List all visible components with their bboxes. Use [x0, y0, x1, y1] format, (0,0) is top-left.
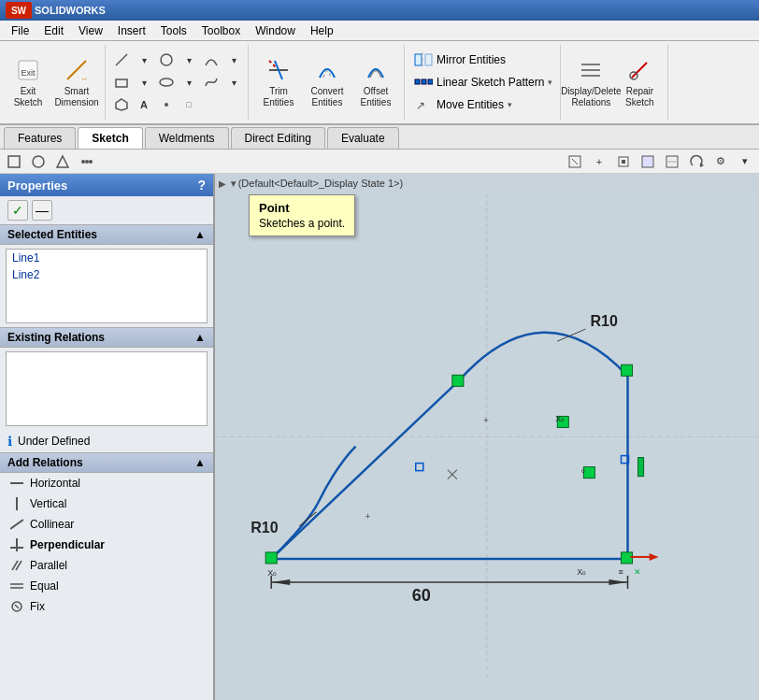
- zoom-fit-btn[interactable]: [565, 152, 585, 171]
- exit-sketch-btn[interactable]: Exit ExitSketch: [4, 50, 52, 115]
- relation-parallel[interactable]: Parallel: [0, 555, 213, 576]
- svg-rect-35: [622, 160, 625, 164]
- relation-vertical[interactable]: Vertical: [0, 493, 213, 514]
- point-tooltip: Point Sketches a point.: [249, 194, 355, 236]
- menu-help[interactable]: Help: [303, 22, 341, 39]
- spline-dropdown[interactable]: ▾: [223, 72, 244, 93]
- add-relations-header[interactable]: Add Relations ▲: [0, 452, 213, 473]
- rect-dropdown[interactable]: ▾: [134, 72, 154, 93]
- svg-rect-68: [621, 364, 632, 376]
- relation-horizontal[interactable]: Horizontal: [0, 473, 213, 493]
- menu-edit[interactable]: Edit: [36, 22, 71, 39]
- main-toolbar: Exit ExitSketch ↔ SmartDimension ▾ ▾: [0, 41, 759, 125]
- svg-line-50: [15, 605, 19, 608]
- menu-toolbox[interactable]: Toolbox: [194, 22, 248, 39]
- offset-entities-btn[interactable]: OffsetEntities: [351, 50, 400, 115]
- view-orient-btn[interactable]: [613, 152, 634, 171]
- tab-weldments[interactable]: Weldments: [145, 127, 229, 149]
- svg-text:+: +: [365, 511, 371, 521]
- svg-text:✕: ✕: [634, 567, 641, 577]
- toolbar2-right2[interactable]: ▾: [735, 152, 755, 171]
- svg-point-30: [85, 160, 89, 164]
- rotate-btn[interactable]: [686, 152, 707, 171]
- arc-btn[interactable]: [201, 50, 222, 70]
- svg-rect-67: [452, 375, 464, 386]
- rect-btn[interactable]: [111, 72, 132, 93]
- mirror-entities-btn[interactable]: Mirror Entities: [410, 50, 509, 70]
- display-style-btn[interactable]: [662, 152, 682, 171]
- entity-line2[interactable]: Line2: [7, 266, 207, 283]
- text-btn[interactable]: A: [134, 94, 154, 115]
- selected-entities-header[interactable]: Selected Entities ▲: [0, 224, 213, 245]
- convert-entities-btn[interactable]: ConvertEntities: [303, 50, 351, 115]
- menu-view[interactable]: View: [71, 22, 110, 39]
- properties-help-btn[interactable]: ?: [197, 178, 206, 193]
- tab-sketch[interactable]: Sketch: [78, 127, 142, 149]
- toolbar2-btn1[interactable]: [4, 152, 24, 171]
- arc-dropdown[interactable]: ▾: [223, 50, 244, 70]
- equal-icon: [9, 579, 24, 593]
- relation-collinear[interactable]: Collinear: [0, 514, 213, 535]
- line-dropdown[interactable]: ▾: [134, 50, 154, 70]
- svg-point-7: [161, 54, 172, 65]
- svg-rect-36: [642, 156, 653, 167]
- menu-tools[interactable]: Tools: [153, 22, 194, 39]
- entity-line1[interactable]: Line1: [7, 250, 207, 266]
- toolbar-group-main: Exit ExitSketch ↔ SmartDimension: [4, 45, 106, 120]
- point-btn[interactable]: [156, 94, 177, 115]
- tab-bar: Features Sketch Weldments Direct Editing…: [0, 125, 759, 150]
- svg-text:SW: SW: [11, 6, 27, 16]
- line-tools-group: ▾ ▾ ▾ ▾ ▾: [111, 50, 244, 115]
- svg-point-9: [160, 79, 173, 86]
- repair-sketch-btn[interactable]: RepairSketch: [615, 50, 664, 115]
- trim-entities-btn[interactable]: TrimEntities: [254, 50, 303, 115]
- svg-text:↔: ↔: [80, 75, 88, 83]
- display-delete-relations-btn[interactable]: Display/DeleteRelations: [566, 50, 615, 115]
- menu-insert[interactable]: Insert: [110, 22, 153, 39]
- linear-sketch-pattern-btn[interactable]: Linear Sketch Pattern ▾: [410, 72, 556, 93]
- svg-rect-18: [415, 79, 420, 84]
- svg-line-6: [116, 54, 127, 65]
- zoom-in-btn[interactable]: +: [589, 152, 609, 171]
- toolbar2-btn2[interactable]: [28, 152, 49, 171]
- tab-evaluate[interactable]: Evaluate: [327, 127, 399, 149]
- toolbar-group-trim: TrimEntities ConvertEntities OffsetEntit…: [254, 45, 405, 120]
- circle-dropdown[interactable]: ▾: [179, 50, 199, 70]
- relation-equal[interactable]: Equal: [0, 576, 213, 596]
- smart-dimension-btn[interactable]: ↔ SmartDimension: [52, 50, 101, 115]
- existing-relations-header[interactable]: Existing Relations ▲: [0, 327, 213, 348]
- fix-icon: [9, 599, 24, 614]
- ellipse-dropdown[interactable]: ▾: [179, 72, 199, 93]
- menu-window[interactable]: Window: [248, 22, 303, 39]
- toolbar2-right1[interactable]: ⚙: [710, 152, 731, 171]
- circle-btn[interactable]: [156, 50, 177, 70]
- relation-perpendicular[interactable]: Perpendicular: [0, 535, 213, 555]
- vertical-icon: [9, 496, 24, 511]
- line-btn[interactable]: [111, 50, 132, 70]
- entity-list: Line1 Line2: [6, 249, 208, 323]
- svg-point-27: [33, 156, 44, 167]
- polygon-btn[interactable]: [111, 94, 132, 115]
- relation-fix[interactable]: Fix: [0, 596, 213, 617]
- construction-btn[interactable]: □: [179, 94, 199, 115]
- collinear-icon: [9, 517, 24, 532]
- cancel-btn[interactable]: —: [32, 200, 52, 221]
- ellipse-btn[interactable]: [156, 72, 177, 93]
- properties-title: Properties: [7, 179, 67, 193]
- solidworks-logo: SW SOLIDWORKS: [6, 2, 106, 19]
- section-view-btn[interactable]: [637, 152, 658, 171]
- svg-point-11: [165, 103, 168, 107]
- svg-rect-15: [415, 54, 422, 65]
- spline-btn[interactable]: [201, 72, 222, 93]
- tab-direct-editing[interactable]: Direct Editing: [231, 127, 325, 149]
- menu-file[interactable]: File: [4, 22, 36, 39]
- move-entities-btn[interactable]: ↗ Move Entities ▾: [410, 94, 516, 115]
- tab-features[interactable]: Features: [4, 127, 76, 149]
- toolbar2-expand[interactable]: [77, 152, 97, 171]
- svg-rect-19: [422, 79, 426, 84]
- left-panel: Properties ? ✓ — Selected Entities ▲ Lin…: [0, 174, 215, 700]
- app-name: SOLIDWORKS: [35, 5, 106, 16]
- accept-btn[interactable]: ✓: [7, 200, 28, 221]
- toolbar-group-lines: ▾ ▾ ▾ ▾ ▾: [111, 45, 249, 120]
- toolbar2-btn3[interactable]: [52, 152, 73, 171]
